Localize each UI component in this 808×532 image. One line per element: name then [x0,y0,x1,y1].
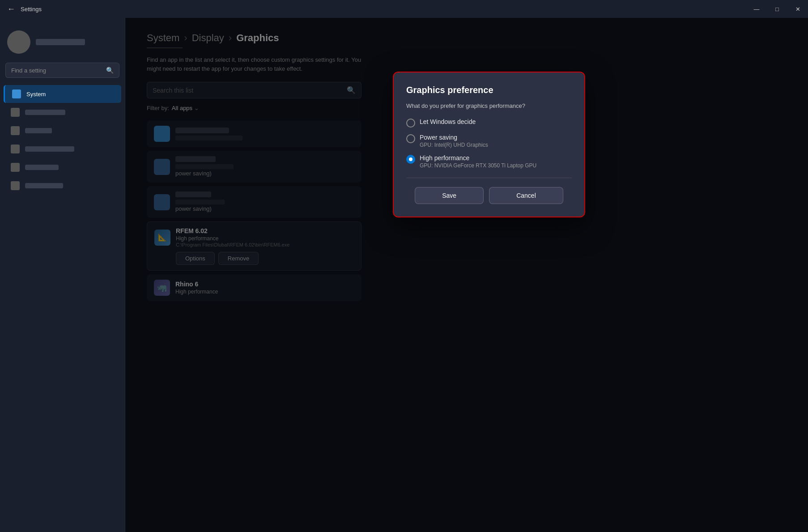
window-controls: — □ ✕ [746,0,808,18]
sidebar-item-6[interactable] [4,177,121,195]
sidebar-icon-4 [11,145,20,153]
dialog-divider [406,178,572,178]
sidebar-item-2[interactable] [4,103,121,121]
radio-power-btn[interactable] [406,134,415,143]
sidebar-label-blur-6 [25,183,63,188]
sidebar-label-blur-2 [25,110,65,115]
sidebar-item-3[interactable] [4,122,121,140]
minimize-button[interactable]: — [746,0,767,18]
sidebar-item-5[interactable] [4,158,121,176]
dialog-actions: Save Cancel [406,187,572,204]
radio-option-power-saving[interactable]: Power saving GPU: Intel(R) UHD Graphics [406,134,572,148]
app-container: 🔍 System System [0,18,808,532]
dialog-title: Graphics preference [406,85,572,95]
title-bar: ← Settings — □ ✕ [0,0,808,18]
sidebar-icon-3 [11,126,20,135]
sidebar-icon-6 [11,181,20,190]
sidebar-label-blur-5 [25,165,59,170]
radio-option-high-performance[interactable]: High performance GPU: NVIDIA GeForce RTX… [406,154,572,169]
close-button[interactable]: ✕ [787,0,808,18]
sidebar-icon-2 [11,108,20,117]
cancel-button[interactable]: Cancel [489,187,563,204]
user-profile [0,25,125,63]
system-icon [12,89,21,98]
radio-option-windows[interactable]: Let Windows decide [406,118,572,128]
search-icon: 🔍 [106,67,114,74]
sidebar: 🔍 System [0,18,125,532]
radio-high-perf-btn[interactable] [406,155,415,164]
radio-power-label: Power saving GPU: Intel(R) UHD Graphics [420,134,488,148]
sidebar-label-blur-3 [25,128,52,133]
back-button[interactable]: ← [7,4,15,14]
sidebar-label-blur-4 [25,146,74,152]
sidebar-item-system[interactable]: System [4,85,121,103]
sidebar-item-label: System [26,91,46,98]
avatar [7,30,30,54]
search-input[interactable] [11,67,106,74]
sidebar-item-4[interactable] [4,140,121,158]
window-title: Settings [21,6,42,13]
find-setting-search[interactable]: 🔍 [5,63,119,78]
maximize-button[interactable]: □ [767,0,787,18]
dialog-question: What do you prefer for graphics performa… [406,102,572,109]
graphics-preference-dialog: Graphics preference What do you prefer f… [393,72,585,217]
user-name-blur [36,39,85,45]
content-area: System › Display › Graphics Find an app … [125,18,808,532]
radio-windows-label: Let Windows decide [420,118,476,125]
sidebar-icon-5 [11,163,20,172]
save-button[interactable]: Save [415,187,484,204]
dialog-overlay: Graphics preference What do you prefer f… [125,18,808,532]
radio-high-perf-label: High performance GPU: NVIDIA GeForce RTX… [420,154,536,169]
radio-windows-btn[interactable] [406,119,415,128]
